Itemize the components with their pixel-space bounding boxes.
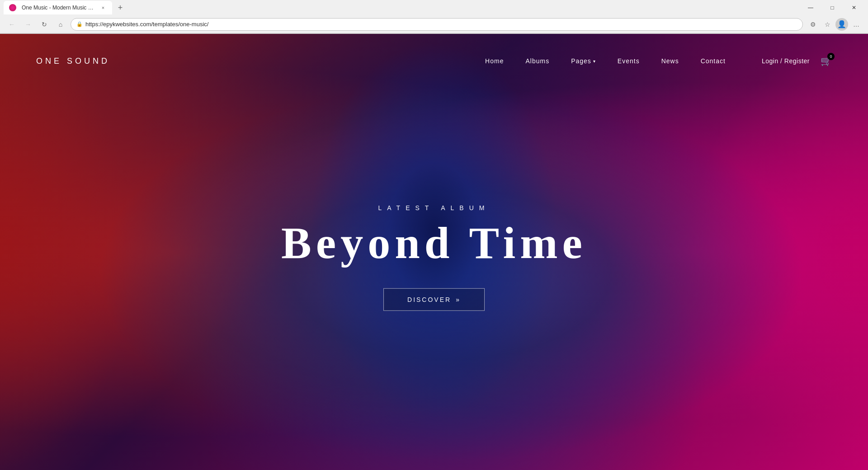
nav-links: Home Albums Pages ▾ Events [485, 57, 726, 65]
navbar: ONE SOUND Home Albums Pages ▾ Ev [0, 34, 868, 88]
forward-button[interactable]: → [22, 18, 34, 31]
browser-tab[interactable]: One Music - Modern Music HTM × [4, 1, 112, 14]
extensions-icon: ⚙ [810, 21, 816, 28]
refresh-button[interactable]: ↻ [38, 18, 51, 31]
cart-button[interactable]: 🛒 0 [821, 56, 832, 66]
window-minimize-button[interactable]: — [800, 0, 821, 15]
browser-actions: ⚙ ☆ 👤 … [807, 18, 863, 31]
cart-badge: 0 [827, 53, 835, 60]
window-controls: — □ ✕ [800, 0, 864, 15]
profile-button[interactable]: 👤 [835, 18, 848, 31]
nav-link-events[interactable]: Events [618, 57, 640, 65]
chevrons-right-icon: » [456, 296, 461, 303]
discover-button[interactable]: Discover » [383, 288, 485, 311]
home-button[interactable]: ⌂ [54, 18, 67, 31]
site-logo[interactable]: ONE SOUND [36, 56, 110, 66]
browser-chrome: One Music - Modern Music HTM × + — □ ✕ ←… [0, 0, 868, 34]
website-content: ONE SOUND Home Albums Pages ▾ Ev [0, 34, 868, 470]
login-register-link[interactable]: Login / Register [762, 57, 810, 65]
window-close-button[interactable]: ✕ [844, 0, 864, 15]
browser-favicon [9, 4, 16, 11]
star-icon: ☆ [825, 21, 830, 28]
window-maximize-button[interactable]: □ [822, 0, 843, 15]
nav-link-albums[interactable]: Albums [525, 57, 549, 65]
ellipsis-icon: … [853, 21, 859, 28]
hero-title: Beyond Time [281, 221, 587, 266]
favorites-button[interactable]: ☆ [821, 18, 834, 31]
extensions-button[interactable]: ⚙ [807, 18, 819, 31]
hero-subtitle: LATEST ALBUM [281, 204, 587, 212]
user-icon: 👤 [837, 20, 846, 28]
chevron-down-icon: ▾ [593, 59, 596, 64]
address-text: https://epykwebsites.com/templates/one-m… [85, 21, 208, 28]
browser-tab-title: One Music - Modern Music HTM [22, 5, 96, 11]
nav-link-pages[interactable]: Pages ▾ [571, 57, 596, 65]
back-button[interactable]: ← [5, 18, 18, 31]
nav-link-news[interactable]: News [661, 57, 679, 65]
new-tab-button[interactable]: + [114, 1, 127, 14]
nav-right: Login / Register 🛒 0 [762, 56, 832, 66]
address-bar[interactable]: 🔒 https://epykwebsites.com/templates/one… [71, 18, 803, 31]
nav-link-contact[interactable]: Contact [701, 57, 726, 65]
hero-content: LATEST ALBUM Beyond Time Discover » [281, 204, 587, 311]
browser-toolbar: ← → ↻ ⌂ 🔒 https://epykwebsites.com/templ… [0, 15, 868, 33]
tab-close-button[interactable]: × [99, 4, 107, 11]
browser-titlebar: One Music - Modern Music HTM × + — □ ✕ [0, 0, 868, 15]
discover-label: Discover [407, 296, 451, 303]
lock-icon: 🔒 [76, 21, 83, 27]
menu-button[interactable]: … [850, 18, 863, 31]
nav-link-home[interactable]: Home [485, 57, 504, 65]
